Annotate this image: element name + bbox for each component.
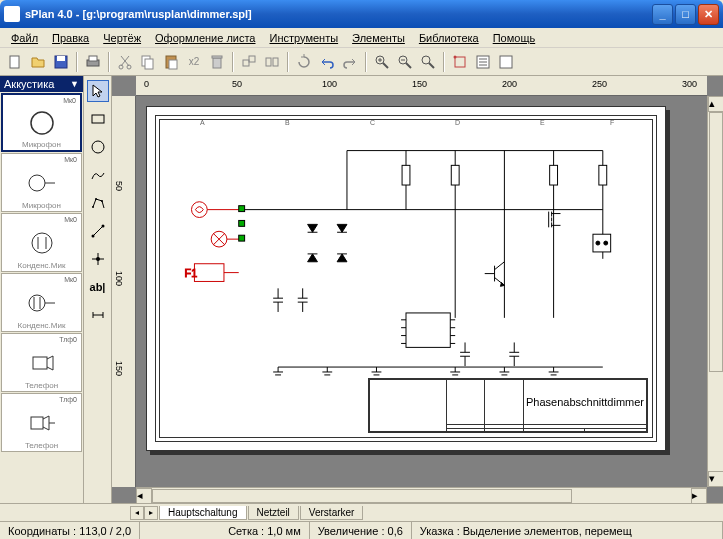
snap-button[interactable] xyxy=(449,51,471,73)
svg-rect-70 xyxy=(239,220,245,226)
svg-point-24 xyxy=(422,56,430,64)
delete-button[interactable] xyxy=(206,51,228,73)
svg-rect-16 xyxy=(273,58,278,66)
palette-item[interactable]: Мк0 Конденс.Мик xyxy=(1,213,82,272)
tool-column: ab| xyxy=(84,76,112,503)
menu-drawing[interactable]: Чертёж xyxy=(96,30,148,46)
menu-file[interactable]: Файл xyxy=(4,30,45,46)
svg-point-53 xyxy=(101,225,104,228)
main-area: Аккустика ▼ Мк0 Микрофон Мк0 Микрофон Мк… xyxy=(0,76,723,503)
rotate-button[interactable] xyxy=(238,51,260,73)
menu-library[interactable]: Библиотека xyxy=(412,30,486,46)
sheet-tab[interactable]: Hauptschaltung xyxy=(159,506,247,520)
cut-button[interactable] xyxy=(114,51,136,73)
maximize-button[interactable]: □ xyxy=(675,4,696,25)
window-title: sPlan 4.0 - [g:\program\rusplan\dimmer.s… xyxy=(25,8,652,20)
svg-rect-12 xyxy=(212,56,222,58)
svg-rect-26 xyxy=(455,57,465,67)
copy-button[interactable] xyxy=(137,51,159,73)
svg-point-34 xyxy=(29,175,45,191)
palette-category-label: Аккустика xyxy=(4,78,54,90)
text-tool[interactable]: ab| xyxy=(87,276,109,298)
title-block: Phasenabschnittdimmer xyxy=(368,378,648,433)
menu-help[interactable]: Помощь xyxy=(486,30,543,46)
svg-point-144 xyxy=(604,241,608,245)
node-tool[interactable] xyxy=(87,248,109,270)
svg-rect-0 xyxy=(10,56,19,68)
svg-line-51 xyxy=(93,226,103,236)
menu-elements[interactable]: Элементы xyxy=(345,30,412,46)
duplicate-button[interactable]: x2 xyxy=(183,51,205,73)
print-button[interactable] xyxy=(82,51,104,73)
vertical-scrollbar[interactable]: ▴ ▾ xyxy=(707,96,723,487)
line-tool[interactable] xyxy=(87,220,109,242)
svg-rect-14 xyxy=(249,56,255,62)
palette-item[interactable]: Мк0 Конденс.Мик xyxy=(1,273,82,332)
svg-rect-13 xyxy=(243,60,249,66)
menu-sheet[interactable]: Оформление листа xyxy=(148,30,262,46)
palette-item[interactable]: Тлф0 Телефон xyxy=(1,333,82,392)
close-button[interactable]: ✕ xyxy=(698,4,719,25)
component-palette: Аккустика ▼ Мк0 Микрофон Мк0 Микрофон Мк… xyxy=(0,76,84,503)
freehand-tool[interactable] xyxy=(87,164,109,186)
redo-button[interactable] xyxy=(339,51,361,73)
status-coords: Координаты : 113,0 / 2,0 xyxy=(0,522,140,539)
new-button[interactable] xyxy=(4,51,26,73)
horizontal-scrollbar[interactable]: ◂ ▸ xyxy=(136,487,707,503)
svg-rect-46 xyxy=(92,115,104,123)
menu-edit[interactable]: Правка xyxy=(45,30,96,46)
zoom-out-button[interactable] xyxy=(394,51,416,73)
tab-nav-next[interactable]: ▸ xyxy=(144,506,158,520)
svg-point-36 xyxy=(32,233,52,253)
open-button[interactable] xyxy=(27,51,49,73)
svg-rect-81 xyxy=(451,165,459,185)
palette-item[interactable]: Мк0 Микрофон xyxy=(1,153,82,212)
svg-rect-69 xyxy=(239,206,245,212)
status-bar: Координаты : 113,0 / 2,0 Сетка : 1,0 мм … xyxy=(0,521,723,539)
palette-item[interactable]: Тлф0 Телефон xyxy=(1,393,82,452)
svg-rect-43 xyxy=(33,357,47,369)
svg-rect-2 xyxy=(57,56,65,61)
svg-point-39 xyxy=(29,295,45,311)
svg-rect-8 xyxy=(145,59,153,69)
sheet-tab[interactable]: Verstarker xyxy=(300,506,364,520)
svg-rect-98 xyxy=(406,313,450,347)
zoom-fit-button[interactable] xyxy=(417,51,439,73)
sheet-tabs: ◂ ▸ Hauptschaltung Netzteil Verstarker xyxy=(0,503,723,521)
horizontal-ruler: 0 50 100 150 200 250 300 xyxy=(136,76,707,96)
palette-item[interactable]: Мк0 Микрофон xyxy=(1,93,82,152)
list-button[interactable] xyxy=(472,51,494,73)
tab-nav-prev[interactable]: ◂ xyxy=(130,506,144,520)
undo-button[interactable] xyxy=(316,51,338,73)
measure-tool[interactable] xyxy=(87,304,109,326)
svg-point-47 xyxy=(92,141,104,153)
svg-rect-83 xyxy=(599,165,607,185)
drawing-page[interactable]: A B C D E F xyxy=(146,106,666,451)
svg-text:F1: F1 xyxy=(185,267,198,279)
refresh-button[interactable] xyxy=(293,51,315,73)
palette-category-tab[interactable]: Аккустика ▼ xyxy=(0,76,83,92)
svg-rect-15 xyxy=(266,58,271,66)
svg-point-52 xyxy=(91,235,94,238)
toolbar: x2 xyxy=(0,48,723,76)
zoom-in-button[interactable] xyxy=(371,51,393,73)
svg-rect-71 xyxy=(239,235,245,241)
svg-rect-44 xyxy=(31,417,43,429)
minimize-button[interactable]: _ xyxy=(652,4,673,25)
svg-rect-82 xyxy=(550,165,558,185)
circle-tool[interactable] xyxy=(87,136,109,158)
svg-rect-4 xyxy=(89,56,97,61)
menu-tools[interactable]: Инструменты xyxy=(263,30,346,46)
polygon-tool[interactable] xyxy=(87,192,109,214)
svg-rect-10 xyxy=(169,60,177,69)
sheet-tab[interactable]: Netzteil xyxy=(248,506,299,520)
svg-line-25 xyxy=(429,63,434,68)
pointer-tool[interactable] xyxy=(87,80,109,102)
rect-tool[interactable] xyxy=(87,108,109,130)
save-button[interactable] xyxy=(50,51,72,73)
status-grid: Сетка : 1,0 мм xyxy=(220,522,310,539)
properties-button[interactable] xyxy=(495,51,517,73)
mirror-button[interactable] xyxy=(261,51,283,73)
paste-button[interactable] xyxy=(160,51,182,73)
canvas-viewport[interactable]: A B C D E F xyxy=(136,96,707,487)
